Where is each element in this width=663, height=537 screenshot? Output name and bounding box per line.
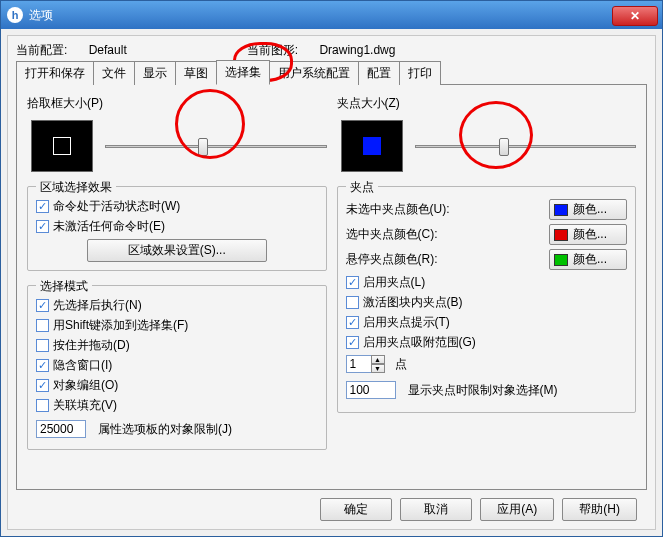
grips-group: 夹点 未选中夹点颜色(U): 颜色... 选中夹点颜色(C): 颜色... 悬停… [337,186,637,413]
checkbox-active-cmd[interactable]: ✓ [36,200,49,213]
grips-title: 夹点 [346,179,378,196]
gripsize-slider[interactable] [415,136,637,156]
close-button[interactable]: ✕ [612,6,658,26]
dialog-footer: 确定 取消 应用(A) 帮助(H) [16,490,647,521]
tab-strip: 打开和保存 文件 显示 草图 选择集 用户系统配置 配置 打印 [16,63,647,85]
pickbox-size-label: 拾取框大小(P) [27,95,327,112]
tab-selection-set[interactable]: 选择集 [216,60,270,85]
titlebar: h 选项 ✕ [1,1,662,29]
checkbox-enable-grips[interactable]: ✓ [346,276,359,289]
drawing-label: 当前图形: [247,43,298,57]
tab-draft[interactable]: 草图 [175,61,217,85]
pickbox-square-icon [53,137,71,155]
app-icon: h [7,7,23,23]
unsel-color-button[interactable]: 颜色... [549,199,627,220]
label-enable-block-grips: 激活图块内夹点(B) [363,294,463,311]
ok-button[interactable]: 确定 [320,498,392,521]
tab-display[interactable]: 显示 [134,61,176,85]
tab-content: 拾取框大小(P) 区域选择效果 ✓命令处于活动状态时(W) ✓未激活任何命令时(… [16,85,647,490]
cancel-button[interactable]: 取消 [400,498,472,521]
checkbox-inactive-cmd[interactable]: ✓ [36,220,49,233]
label-enable-grip-snap: 启用夹点吸附范围(G) [363,334,476,351]
grip-obj-limit-label: 显示夹点时限制对象选择(M) [408,382,558,399]
area-effect-title: 区域选择效果 [36,179,116,196]
sel-color-label: 选中夹点颜色(C): [346,226,438,243]
label-assoc-fill: 关联填充(V) [53,397,117,414]
tab-open-save[interactable]: 打开和保存 [16,61,94,85]
hover-color-button[interactable]: 颜色... [549,249,627,270]
snap-point-input[interactable]: 1 [346,355,372,373]
drawing-value: Drawing1.dwg [319,43,395,57]
checkbox-press-drag[interactable] [36,339,49,352]
select-mode-group: 选择模式 ✓先选择后执行(N) 用Shift键添加到选择集(F) 按住并拖动(D… [27,285,327,450]
area-effect-group: 区域选择效果 ✓命令处于活动状态时(W) ✓未激活任何命令时(E) 区域效果设置… [27,186,327,271]
label-pre-select: 先选择后执行(N) [53,297,142,314]
tab-user-config[interactable]: 用户系统配置 [269,61,359,85]
label-shift-add: 用Shift键添加到选择集(F) [53,317,188,334]
label-inactive-cmd: 未激活任何命令时(E) [53,218,165,235]
select-mode-title: 选择模式 [36,278,92,295]
label-press-drag: 按住并拖动(D) [53,337,130,354]
grip-square-icon [363,137,381,155]
info-row: 当前配置: Default 当前图形: Drawing1.dwg [16,40,647,63]
tab-file[interactable]: 文件 [93,61,135,85]
label-active-cmd: 命令处于活动状态时(W) [53,198,180,215]
config-value: Default [89,43,127,57]
gripsize-label: 夹点大小(Z) [337,95,637,112]
area-effect-settings-button[interactable]: 区域效果设置(S)... [87,239,267,262]
checkbox-implied-window[interactable]: ✓ [36,359,49,372]
spinner-up-icon[interactable]: ▲ [371,355,385,364]
label-implied-window: 隐含窗口(I) [53,357,112,374]
checkbox-enable-grip-snap[interactable]: ✓ [346,336,359,349]
hover-color-label: 悬停夹点颜色(R): [346,251,438,268]
dialog-window: h 选项 ✕ 当前配置: Default 当前图形: Drawing1.dwg … [0,0,663,537]
pickbox-preview [31,120,93,172]
checkbox-obj-group[interactable]: ✓ [36,379,49,392]
tab-print[interactable]: 打印 [399,61,441,85]
grip-obj-limit-input[interactable]: 100 [346,381,396,399]
property-limit-label: 属性选项板的对象限制(J) [98,421,232,438]
window-title: 选项 [29,7,612,24]
dialog-body: 当前配置: Default 当前图形: Drawing1.dwg 打开和保存 文… [7,35,656,530]
checkbox-enable-block-grips[interactable] [346,296,359,309]
label-obj-group: 对象编组(O) [53,377,118,394]
label-enable-grips: 启用夹点(L) [363,274,426,291]
label-enable-grip-tips: 启用夹点提示(T) [363,314,450,331]
unsel-color-label: 未选中夹点颜色(U): [346,201,450,218]
snap-point-spinner[interactable]: 1 ▲▼ [346,355,385,373]
tab-config[interactable]: 配置 [358,61,400,85]
left-column: 拾取框大小(P) 区域选择效果 ✓命令处于活动状态时(W) ✓未激活任何命令时(… [27,95,327,479]
sel-color-button[interactable]: 颜色... [549,224,627,245]
help-button[interactable]: 帮助(H) [562,498,637,521]
right-column: 夹点大小(Z) 夹点 未选中夹点颜色(U): 颜色... [337,95,637,479]
checkbox-shift-add[interactable] [36,319,49,332]
checkbox-assoc-fill[interactable] [36,399,49,412]
checkbox-enable-grip-tips[interactable]: ✓ [346,316,359,329]
snap-point-label: 点 [395,356,407,373]
apply-button[interactable]: 应用(A) [480,498,554,521]
pickbox-slider[interactable] [105,136,327,156]
property-limit-input[interactable]: 25000 [36,420,86,438]
spinner-down-icon[interactable]: ▼ [371,364,385,373]
config-label: 当前配置: [16,43,67,57]
checkbox-pre-select[interactable]: ✓ [36,299,49,312]
gripsize-preview [341,120,403,172]
